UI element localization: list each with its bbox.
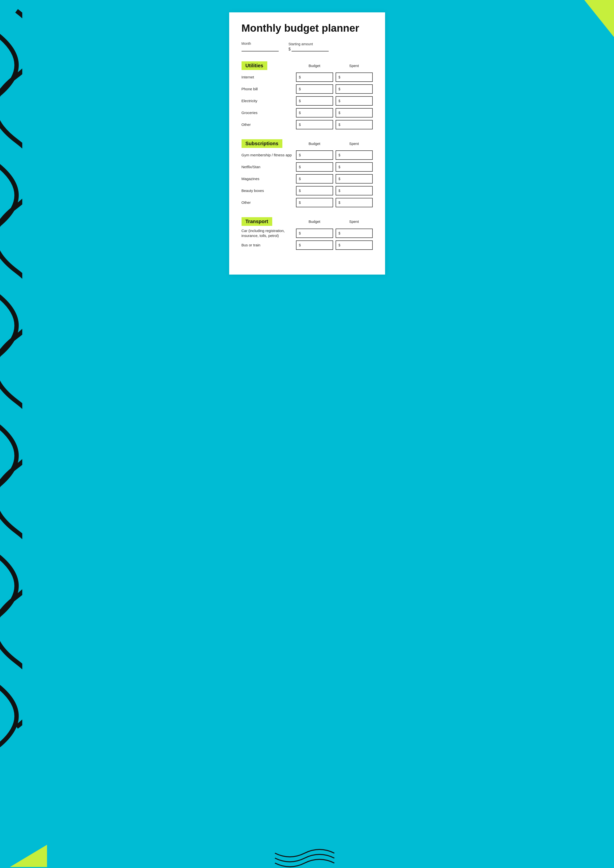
subscriptions-row-4-spent-cell: $: [336, 198, 373, 207]
utilities-row-3-budget-dollar: $: [299, 111, 301, 115]
utilities-row-1-spent-cell: $: [336, 84, 373, 94]
subscriptions-row-0-spent-dollar: $: [339, 153, 340, 157]
starting-amount-input[interactable]: [292, 47, 329, 51]
utilities-row-1-budget-cell: $: [296, 84, 333, 94]
section-utilities: UtilitiesBudgetSpentInternet$$Phone bill…: [241, 61, 373, 129]
table-row: Netflix/Stan$$: [241, 162, 373, 172]
table-row: Phone bill$$: [241, 84, 373, 94]
subscriptions-row-1-budget-dollar: $: [299, 165, 301, 169]
utilities-row-4-budget-cell: $: [296, 120, 333, 129]
utilities-row-4-spent-input[interactable]: [341, 123, 385, 127]
utilities-row-3-spent-cell: $: [336, 108, 373, 118]
subscriptions-row-4-label: Other: [241, 200, 296, 205]
subscriptions-row-1-budget-cell: $: [296, 162, 333, 172]
section-transport-col-headers: BudgetSpent: [296, 219, 373, 224]
table-row: Other$$: [241, 198, 373, 207]
subscriptions-row-1-spent-cell: $: [336, 162, 373, 172]
transport-row-0-spent-input[interactable]: [341, 231, 385, 235]
subscriptions-row-1-label: Netflix/Stan: [241, 164, 296, 169]
section-utilities-budget-header: Budget: [296, 64, 333, 68]
section-utilities-title: Utilities: [241, 61, 267, 70]
month-field: Month: [241, 42, 279, 51]
subscriptions-row-3-budget-cell: $: [296, 186, 333, 195]
section-transport-header: TransportBudgetSpent: [241, 217, 373, 226]
section-subscriptions-spent-header: Spent: [336, 141, 373, 146]
subscriptions-row-0-spent-input[interactable]: [341, 153, 385, 157]
utilities-row-3-inputs: $$: [296, 108, 373, 118]
transport-row-0-budget-cell: $: [296, 229, 333, 238]
section-utilities-col-headers: BudgetSpent: [296, 64, 373, 68]
section-subscriptions-title: Subscriptions: [241, 139, 282, 148]
utilities-row-1-spent-input[interactable]: [341, 87, 385, 91]
subscriptions-row-4-budget-dollar: $: [299, 201, 301, 205]
starting-dollar-sign: $: [289, 47, 291, 51]
utilities-row-0-spent-cell: $: [336, 73, 373, 82]
subscriptions-row-2-spent-input[interactable]: [341, 177, 385, 181]
utilities-row-0-inputs: $$: [296, 73, 373, 82]
subscriptions-row-4-spent-dollar: $: [339, 201, 340, 205]
subscriptions-row-2-budget-dollar: $: [299, 177, 301, 181]
section-subscriptions-col-headers: BudgetSpent: [296, 141, 373, 146]
utilities-row-2-spent-input[interactable]: [341, 99, 385, 103]
utilities-row-2-budget-cell: $: [296, 96, 333, 105]
subscriptions-row-2-label: Magazines: [241, 177, 296, 181]
section-transport-budget-header: Budget: [296, 219, 333, 224]
main-page: Monthly budget planner Month Starting am…: [229, 12, 385, 274]
subscriptions-row-3-spent-input[interactable]: [341, 189, 385, 193]
utilities-row-0-label: Internet: [241, 75, 296, 80]
utilities-row-0-spent-input[interactable]: [341, 75, 385, 79]
svg-marker-1: [10, 845, 47, 867]
transport-row-1-budget-dollar: $: [299, 243, 301, 247]
table-row: Internet$$: [241, 73, 373, 82]
transport-row-0-budget-dollar: $: [299, 231, 301, 235]
utilities-row-1-budget-dollar: $: [299, 87, 301, 91]
utilities-row-4-inputs: $$: [296, 120, 373, 129]
subscriptions-row-4-inputs: $$: [296, 198, 373, 207]
utilities-row-2-spent-cell: $: [336, 96, 373, 105]
transport-row-0-label: Car (including registration, insurance, …: [241, 228, 296, 238]
transport-row-0-inputs: $$: [296, 229, 373, 238]
table-row: Electricity$$: [241, 96, 373, 105]
utilities-row-4-spent-cell: $: [336, 120, 373, 129]
table-row: Other$$: [241, 120, 373, 129]
starting-amount-input-row: $: [289, 47, 329, 51]
utilities-row-1-label: Phone bill: [241, 87, 296, 91]
table-row: Beauty boxes$$: [241, 186, 373, 195]
section-transport: TransportBudgetSpentCar (including regis…: [241, 217, 373, 250]
transport-row-1-spent-input[interactable]: [341, 243, 385, 247]
section-utilities-header: UtilitiesBudgetSpent: [241, 61, 373, 70]
transport-row-1-label: Bus or train: [241, 243, 296, 248]
utilities-row-1-spent-dollar: $: [339, 87, 340, 91]
subscriptions-row-3-inputs: $$: [296, 186, 373, 195]
section-utilities-spent-header: Spent: [336, 64, 373, 68]
transport-row-1-spent-dollar: $: [339, 243, 340, 247]
subscriptions-row-0-spent-cell: $: [336, 150, 373, 160]
utilities-row-3-spent-input[interactable]: [341, 111, 385, 115]
subscriptions-row-1-spent-dollar: $: [339, 165, 340, 169]
transport-row-1-inputs: $$: [296, 240, 373, 250]
transport-row-0-spent-dollar: $: [339, 231, 340, 235]
starting-amount-field: Starting amount $: [289, 42, 329, 51]
subscriptions-row-3-spent-dollar: $: [339, 189, 340, 193]
transport-row-1-spent-cell: $: [336, 240, 373, 250]
sections-container: UtilitiesBudgetSpentInternet$$Phone bill…: [241, 61, 373, 250]
table-row: Gym membership / fitness app$$: [241, 150, 373, 160]
subscriptions-row-0-inputs: $$: [296, 150, 373, 160]
utilities-row-4-budget-dollar: $: [299, 123, 301, 127]
subscriptions-row-1-spent-input[interactable]: [341, 165, 385, 169]
utilities-row-0-spent-dollar: $: [339, 75, 340, 79]
month-input[interactable]: [241, 46, 279, 51]
subscriptions-row-4-budget-cell: $: [296, 198, 333, 207]
subscriptions-row-4-spent-input[interactable]: [341, 201, 385, 205]
table-row: Bus or train$$: [241, 240, 373, 250]
section-subscriptions-header: SubscriptionsBudgetSpent: [241, 139, 373, 148]
utilities-row-4-label: Other: [241, 122, 296, 127]
utilities-row-4-spent-dollar: $: [339, 123, 340, 127]
subscriptions-row-1-inputs: $$: [296, 162, 373, 172]
subscriptions-row-2-budget-cell: $: [296, 174, 333, 184]
table-row: Car (including registration, insurance, …: [241, 228, 373, 238]
utilities-row-3-label: Groceries: [241, 110, 296, 115]
utilities-row-3-spent-dollar: $: [339, 111, 340, 115]
utilities-row-3-budget-cell: $: [296, 108, 333, 118]
subscriptions-row-3-spent-cell: $: [336, 186, 373, 195]
